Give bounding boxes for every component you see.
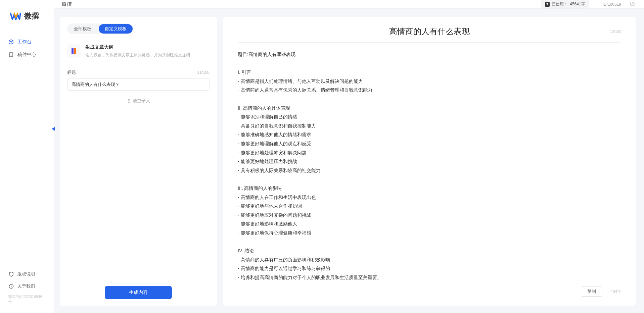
info-icon bbox=[8, 283, 14, 289]
nav-label: 工作台 bbox=[17, 39, 32, 45]
template-icon bbox=[67, 44, 81, 58]
output-title-count: 10/100 bbox=[610, 30, 621, 34]
tab-all-templates[interactable]: 全部模板 bbox=[68, 24, 97, 34]
topbar: 微撰 T 已使用： 45641字 ID:100519 bbox=[54, 0, 644, 9]
left-panel: 全部模板 自定义模板 生成文章大纲 输入标题，为你提供文章主体的灵感，并为其创建… bbox=[60, 17, 217, 306]
page-title: 微撰 bbox=[62, 1, 541, 7]
nav-label: 稿件中心 bbox=[17, 52, 36, 58]
clear-label: 清空录入 bbox=[133, 98, 150, 104]
svg-marker-1 bbox=[52, 127, 55, 131]
output-body[interactable]: 题目:高情商的人有哪些表现 I. 引言 - 高情商是指人们处理情绪、与他人互动以… bbox=[238, 43, 621, 282]
sidebar-bottom: 版权说明 关于我们 鄂ICP备2022016946号 bbox=[0, 268, 54, 313]
shield-icon bbox=[8, 271, 14, 277]
icp-text: 鄂ICP备2022016946号 bbox=[0, 292, 54, 306]
nav-drafts[interactable]: 稿件中心 bbox=[0, 48, 54, 61]
logo[interactable]: 微撰 bbox=[0, 10, 54, 36]
template-title: 生成文章大纲 bbox=[85, 44, 190, 50]
usage-prefix: 已使用： bbox=[552, 1, 568, 7]
usage-badge[interactable]: T 已使用： 45641字 bbox=[541, 0, 589, 8]
right-panel: 高情商的人有什么表现 10/100 题目:高情商的人有哪些表现 I. 引言 - … bbox=[223, 17, 636, 306]
copy-button[interactable]: 复制 bbox=[581, 286, 602, 297]
trash-icon bbox=[127, 99, 131, 103]
title-input[interactable] bbox=[67, 78, 210, 91]
template-card: 生成文章大纲 输入标题，为你提供文章主体的灵感，并为其创建推文提纲 bbox=[67, 42, 210, 60]
tab-custom-templates[interactable]: 自定义模板 bbox=[99, 24, 133, 34]
collapse-handle[interactable] bbox=[52, 125, 56, 132]
nav: 工作台 稿件中心 bbox=[0, 36, 54, 268]
generate-button[interactable]: 生成内容 bbox=[105, 286, 172, 299]
nav-about[interactable]: 关于我们 bbox=[0, 280, 54, 292]
usage-value: 45641字 bbox=[570, 1, 585, 7]
template-tabs: 全部模板 自定义模板 bbox=[67, 23, 133, 34]
nav-label: 关于我们 bbox=[17, 283, 35, 289]
user-id: ID:100519 bbox=[603, 2, 621, 7]
text-icon: T bbox=[545, 2, 550, 7]
nav-copyright[interactable]: 版权说明 bbox=[0, 268, 54, 280]
cube-icon bbox=[8, 39, 14, 45]
power-button[interactable] bbox=[629, 1, 636, 8]
output-title: 高情商的人有什么表现 bbox=[389, 26, 470, 37]
svg-rect-0 bbox=[9, 53, 13, 57]
clear-button[interactable]: 清空录入 bbox=[67, 98, 210, 104]
logo-text: 微撰 bbox=[24, 11, 39, 21]
nav-label: 版权说明 bbox=[17, 271, 35, 277]
word-count: 404字 bbox=[610, 289, 621, 295]
document-icon bbox=[8, 52, 14, 58]
nav-workbench[interactable]: 工作台 bbox=[0, 36, 54, 48]
logo-icon bbox=[9, 10, 21, 22]
char-count: 11/100 bbox=[197, 70, 210, 75]
template-desc: 输入标题，为你提供文章主体的灵感，并为其创建推文提纲 bbox=[85, 52, 190, 58]
sidebar: 微撰 工作台 稿件中心 版权说明 bbox=[0, 0, 54, 313]
title-label: 标题 bbox=[67, 69, 76, 75]
